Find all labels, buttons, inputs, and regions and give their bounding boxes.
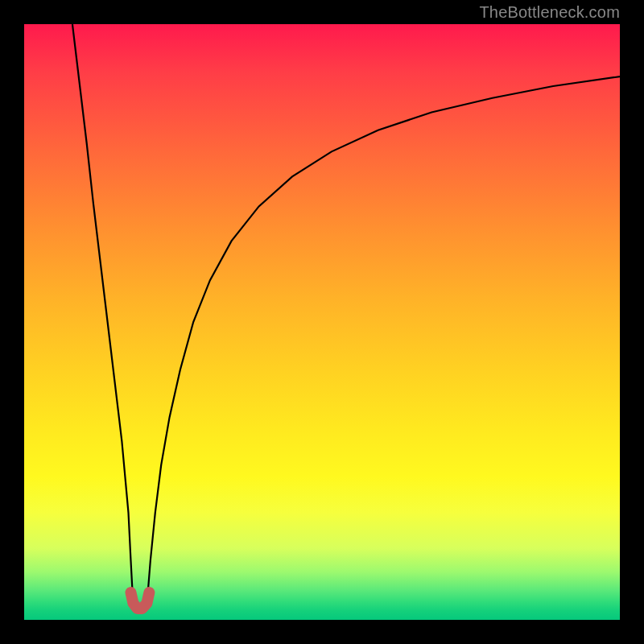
curves-svg	[24, 24, 620, 620]
chart-frame: TheBottleneck.com	[0, 0, 644, 644]
left-branch-curve	[72, 24, 133, 605]
watermark-text: TheBottleneck.com	[479, 3, 620, 22]
plot-area	[24, 24, 620, 620]
minimum-marker	[130, 592, 149, 609]
right-branch-curve	[147, 76, 620, 605]
